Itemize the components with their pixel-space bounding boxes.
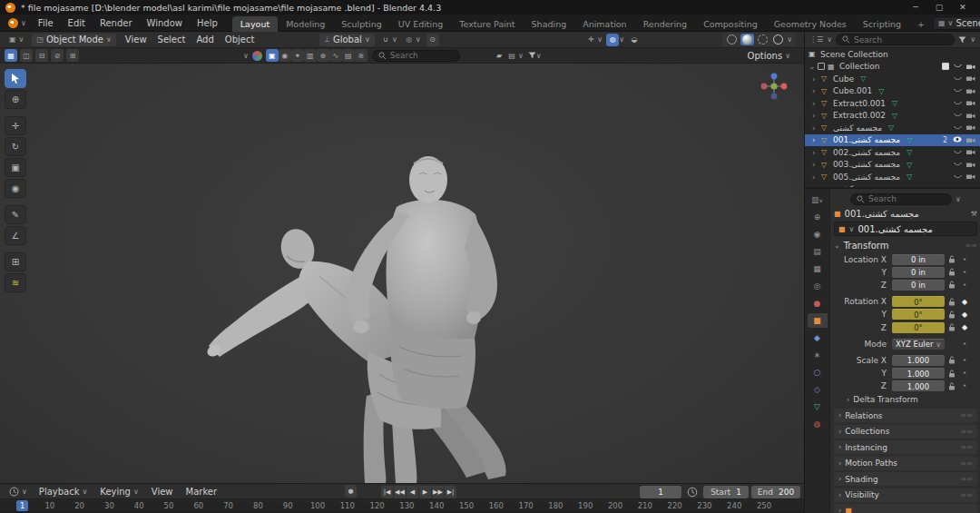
menu-item[interactable]: Window — [140, 16, 190, 30]
value-field[interactable]: 1.000 — [892, 368, 945, 379]
material-ball-icon[interactable] — [252, 51, 262, 61]
expand-icon[interactable]: › — [812, 74, 818, 84]
filter-funnel-icon[interactable] — [528, 52, 536, 59]
camera-visibility-icon[interactable] — [966, 162, 976, 168]
filter-curve-icon[interactable]: ∿ — [329, 49, 342, 62]
expand-icon[interactable]: › — [812, 160, 818, 169]
animate-decorator-icon[interactable]: • — [959, 256, 970, 263]
xray-icon[interactable]: ◒ — [628, 34, 641, 46]
camera-visibility-icon[interactable] — [966, 113, 976, 119]
playback-menu[interactable]: Playback∨ — [34, 485, 93, 498]
viewport-search[interactable] — [372, 50, 460, 62]
hide-eye-icon[interactable] — [954, 111, 962, 120]
workspace-tab[interactable]: Texture Paint — [451, 16, 523, 32]
outliner-object-row[interactable]: › ▽ Cube.001 ▽ — [805, 85, 980, 98]
grip-icon[interactable]: ≡≡ — [961, 411, 973, 419]
hide-eye-icon[interactable] — [954, 74, 962, 84]
outliner-object-row[interactable]: › ▽ مجسمه کشتی.002 ▽ — [805, 146, 980, 159]
lock-icon[interactable] — [945, 311, 959, 319]
camera-visibility-icon[interactable] — [966, 124, 976, 131]
maximize-button[interactable]: ▢ — [927, 1, 951, 14]
viewport-menu-item[interactable]: Object — [220, 33, 260, 46]
collapsed-panel[interactable]: › Shading ≡≡ — [834, 472, 977, 486]
minimize-button[interactable]: ─ — [904, 1, 927, 14]
tab-view-layer[interactable]: ▦ — [808, 261, 828, 276]
start-frame-field[interactable]: Start1 — [703, 486, 749, 498]
cursor-tool[interactable]: ⊕ — [5, 90, 26, 109]
tab-scene[interactable]: ◎ — [808, 279, 828, 293]
grip-icon[interactable]: ≡≡ — [961, 459, 973, 468]
editor-type-button[interactable]: ∨ — [5, 485, 32, 498]
keying-menu[interactable]: Keying∨ — [94, 485, 143, 498]
properties-search[interactable] — [850, 193, 952, 205]
tab-particles[interactable]: ∗ — [808, 348, 828, 362]
select-mode-subtract-icon[interactable]: ⊟ — [35, 49, 48, 62]
expand-icon[interactable]: › — [812, 99, 818, 108]
camera-visibility-icon[interactable] — [966, 173, 976, 180]
close-button[interactable]: ✕ — [951, 1, 975, 14]
workspace-tab[interactable]: Compositing — [695, 16, 766, 32]
jump-to-start-button[interactable]: |◀ — [381, 486, 393, 498]
value-field[interactable]: XYZ Euler∨ — [892, 339, 945, 350]
view-menu[interactable]: View — [146, 485, 179, 498]
animate-decorator-icon[interactable]: • — [959, 382, 970, 390]
hide-eye-icon[interactable] — [954, 148, 962, 157]
collapsed-panel-partial[interactable]: › ■ — [834, 504, 977, 513]
transform-orientation[interactable]: ⊥ Global ∨ — [319, 34, 375, 46]
previous-keyframe-button[interactable]: ◀◀ — [394, 486, 406, 498]
collapsed-panel[interactable]: › Instancing ≡≡ — [834, 440, 977, 454]
camera-visibility-icon[interactable] — [966, 100, 976, 106]
outliner-search[interactable] — [836, 34, 955, 45]
end-frame-field[interactable]: End200 — [751, 486, 800, 498]
options-button[interactable]: Options ∨ — [743, 49, 795, 62]
rotate-tool[interactable]: ↻ — [5, 137, 26, 156]
hide-eye-icon[interactable] — [954, 86, 962, 95]
tab-object-data[interactable]: ▽ — [808, 400, 828, 414]
outliner-object-row[interactable]: › ▽ مجسمه کشتی.003 ▽ — [805, 159, 980, 172]
marker-menu[interactable]: Marker — [181, 485, 223, 498]
viewport-menu-item[interactable]: Add — [191, 33, 219, 46]
hide-eye-icon[interactable] — [954, 173, 962, 182]
transform-tool[interactable]: ◉ — [5, 179, 26, 198]
value-field[interactable]: 1.000 — [892, 380, 945, 391]
overlays-icon[interactable]: ◍ — [606, 34, 619, 46]
outliner-search-input[interactable] — [854, 35, 926, 44]
viewport-menu-item[interactable]: View — [120, 33, 152, 46]
workspace-tab[interactable]: Modeling — [278, 16, 333, 32]
value-field[interactable]: 1.000 — [892, 355, 945, 366]
animate-decorator-icon[interactable]: • — [959, 357, 970, 364]
menu-item[interactable]: Render — [93, 16, 140, 30]
checkbox-icon[interactable] — [818, 63, 825, 70]
hide-eye-icon[interactable] — [954, 99, 962, 108]
animate-decorator-icon[interactable]: ◆ — [959, 311, 970, 319]
collapsed-panel[interactable]: › Collections ≡≡ — [834, 425, 977, 439]
tab-render[interactable]: ◉ — [808, 227, 828, 242]
mode-selector[interactable]: ◳ Object Mode ∨ — [32, 34, 115, 46]
properties-search-input[interactable] — [868, 194, 932, 203]
camera-visibility-icon[interactable] — [966, 64, 976, 70]
jump-to-end-button[interactable]: ▶| — [445, 486, 456, 498]
animate-decorator-icon[interactable]: • — [959, 340, 970, 348]
expand-icon[interactable]: › — [812, 135, 818, 144]
workspace-tab[interactable]: Animation — [574, 16, 634, 32]
animate-decorator-icon[interactable]: ◆ — [959, 323, 970, 331]
grip-icon[interactable]: ≡≡ — [961, 491, 973, 499]
bookmark-icon[interactable]: ▰ — [493, 49, 505, 62]
menu-item[interactable]: Edit — [61, 16, 93, 30]
collection-row[interactable]: ⌄ ▦ Collection — [805, 61, 980, 74]
viewport-search-input[interactable] — [390, 51, 454, 60]
shear-tool[interactable]: ≋ — [5, 273, 26, 292]
tab-material[interactable]: ◍ — [808, 417, 828, 431]
animate-decorator-icon[interactable]: ◆ — [959, 298, 970, 306]
select-mode-new-icon[interactable]: ▦ — [5, 49, 17, 62]
camera-visibility-icon[interactable] — [966, 149, 976, 155]
grip-icon[interactable]: ≡≡ — [961, 475, 973, 483]
filter-camera-icon[interactable]: ▥ — [304, 49, 317, 62]
workspace-tab[interactable]: Geometry Nodes — [766, 16, 855, 32]
tab-tool[interactable]: ⊕ — [808, 210, 828, 224]
snap-target-icon[interactable]: ⊙ — [426, 34, 439, 46]
lock-icon[interactable] — [945, 323, 959, 331]
workspace-tab[interactable]: Sculpting — [333, 16, 389, 32]
tab-physics[interactable]: ○ — [808, 365, 828, 380]
filter-empty-icon[interactable]: ⊕ — [317, 49, 329, 62]
